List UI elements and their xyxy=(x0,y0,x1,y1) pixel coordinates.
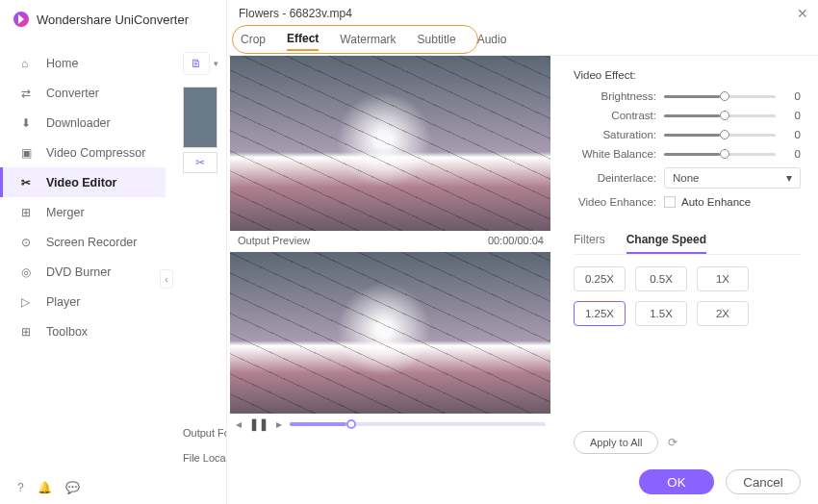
subtab-filters[interactable]: Filters xyxy=(574,233,605,254)
grid-icon: ⊞ xyxy=(21,325,37,339)
play-icon: ▷ xyxy=(21,295,37,309)
seek-slider[interactable] xyxy=(290,422,546,426)
output-preview xyxy=(230,252,550,414)
contrast-slider[interactable] xyxy=(664,114,776,117)
speed-options: 0.25X 0.5X 1X 1.25X 1.5X 2X xyxy=(574,266,801,326)
sidebar-item-label: Home xyxy=(46,57,78,70)
edit-tabs: Crop Effect Watermark Subtitle Audio xyxy=(227,27,818,56)
sidebar-item-dvd-burner[interactable]: ◎DVD Burner xyxy=(0,257,166,287)
brightness-label: Brightness: xyxy=(574,90,656,102)
brightness-slider[interactable] xyxy=(664,95,776,98)
sidebar-item-downloader[interactable]: ⬇Downloader xyxy=(0,108,166,138)
sidebar-item-player[interactable]: ▷Player xyxy=(0,287,166,316)
tab-crop[interactable]: Crop xyxy=(241,33,266,50)
scissors-icon: ✂ xyxy=(21,176,37,189)
playback-bar: ◂ ❚❚ ▸ xyxy=(230,414,551,431)
apply-to-all-button[interactable]: Apply to All xyxy=(574,431,658,454)
speed-0-25x[interactable]: 0.25X xyxy=(574,266,626,291)
home-icon: ⌂ xyxy=(21,57,37,70)
sidebar-item-converter[interactable]: ⇄Converter xyxy=(0,78,166,108)
app-logo-icon xyxy=(13,12,29,27)
sidebar: ⌂Home ⇄Converter ⬇Downloader ▣Video Comp… xyxy=(0,38,166,504)
contrast-label: Contrast: xyxy=(574,110,656,121)
auto-enhance-checkbox[interactable] xyxy=(664,196,676,208)
speed-0-5x[interactable]: 0.5X xyxy=(635,266,687,291)
deinterlace-select[interactable]: None ▾ xyxy=(664,167,801,189)
help-icon[interactable]: ? xyxy=(17,481,24,494)
sidebar-item-toolbox[interactable]: ⊞Toolbox xyxy=(0,316,166,346)
feedback-icon[interactable]: 💬 xyxy=(65,481,80,494)
sidebar-item-label: Screen Recorder xyxy=(46,236,138,249)
output-preview-label: Output Preview xyxy=(238,235,310,246)
cancel-button[interactable]: Cancel xyxy=(726,469,801,494)
saturation-label: Saturation: xyxy=(574,129,656,140)
saturation-value: 0 xyxy=(785,129,801,140)
white-balance-row: White Balance: 0 xyxy=(574,148,801,160)
reset-icon[interactable]: ⟳ xyxy=(668,436,677,449)
white-balance-value: 0 xyxy=(785,148,801,160)
tab-watermark[interactable]: Watermark xyxy=(340,33,396,50)
contrast-row: Contrast: 0 xyxy=(574,110,801,121)
download-icon: ⬇ xyxy=(21,116,37,130)
sidebar-item-label: Video Compressor xyxy=(46,146,145,160)
next-frame-button[interactable]: ▸ xyxy=(276,417,282,431)
deinterlace-label: Deinterlace: xyxy=(574,172,656,184)
white-balance-label: White Balance: xyxy=(574,148,656,160)
effect-dialog: Flowers - 66823v.mp4 ✕ Crop Effect Water… xyxy=(226,0,818,504)
speed-2x[interactable]: 2X xyxy=(697,301,749,326)
subtab-change-speed[interactable]: Change Speed xyxy=(626,233,706,254)
original-preview xyxy=(230,56,550,231)
collapse-sidebar-button[interactable]: ‹ xyxy=(160,269,173,289)
speed-1-25x[interactable]: 1.25X xyxy=(574,301,626,326)
deinterlace-value: None xyxy=(673,172,700,184)
sidebar-item-label: Toolbox xyxy=(46,325,88,339)
edit-clip-button[interactable]: ✂ xyxy=(183,152,217,173)
add-file-button[interactable]: 🗎 xyxy=(183,52,210,75)
app-name: Wondershare UniConverter xyxy=(37,13,189,27)
tab-audio[interactable]: Audio xyxy=(477,33,507,50)
compress-icon: ▣ xyxy=(21,146,37,160)
enhance-label: Video Enhance: xyxy=(574,196,656,208)
close-icon[interactable]: ✕ xyxy=(797,6,808,21)
sidebar-item-label: DVD Burner xyxy=(46,265,111,279)
effect-controls: Video Effect: Brightness: 0 Contrast: 0 … xyxy=(554,56,818,504)
white-balance-slider[interactable] xyxy=(664,153,776,156)
bell-icon[interactable]: 🔔 xyxy=(38,481,52,494)
tab-effect[interactable]: Effect xyxy=(287,32,319,51)
sidebar-item-compressor[interactable]: ▣Video Compressor xyxy=(0,138,166,167)
sidebar-item-screen-recorder[interactable]: ⊙Screen Recorder xyxy=(0,227,166,257)
converter-icon: ⇄ xyxy=(21,87,37,100)
preview-column: Output Preview 00:00/00:04 ◂ ❚❚ ▸ xyxy=(227,56,554,504)
prev-frame-button[interactable]: ◂ xyxy=(236,417,242,431)
pause-button[interactable]: ❚❚ xyxy=(249,417,268,431)
ok-button[interactable]: OK xyxy=(639,469,714,494)
brightness-value: 0 xyxy=(785,90,801,102)
sidebar-item-video-editor[interactable]: ✂Video Editor xyxy=(0,167,166,197)
sidebar-item-merger[interactable]: ⊞Merger xyxy=(0,197,166,227)
contrast-value: 0 xyxy=(785,110,801,121)
auto-enhance-label: Auto Enhance xyxy=(681,196,751,208)
sidebar-item-label: Merger xyxy=(46,206,85,219)
record-icon: ⊙ xyxy=(21,236,37,249)
speed-1-5x[interactable]: 1.5X xyxy=(635,301,687,326)
sidebar-item-label: Downloader xyxy=(46,116,111,130)
sidebar-item-home[interactable]: ⌂Home xyxy=(0,48,166,78)
deinterlace-row: Deinterlace: None ▾ xyxy=(574,167,801,189)
disc-icon: ◎ xyxy=(21,265,37,279)
preview-time: 00:00/00:04 xyxy=(488,235,544,246)
sidebar-item-label: Converter xyxy=(46,87,99,100)
saturation-slider[interactable] xyxy=(664,134,776,137)
file-thumbnail[interactable] xyxy=(183,87,217,148)
brightness-row: Brightness: 0 xyxy=(574,90,801,102)
enhance-row: Video Enhance: Auto Enhance xyxy=(574,196,801,208)
video-effect-title: Video Effect: xyxy=(574,69,801,81)
speed-1x[interactable]: 1X xyxy=(697,266,749,291)
merge-icon: ⊞ xyxy=(21,206,37,219)
dialog-title: Flowers - 66823v.mp4 xyxy=(227,0,818,27)
chevron-down-icon: ▾ xyxy=(786,171,792,185)
tab-subtitle[interactable]: Subtitle xyxy=(418,33,456,50)
saturation-row: Saturation: 0 xyxy=(574,129,801,140)
sidebar-item-label: Player xyxy=(46,295,80,309)
sidebar-item-label: Video Editor xyxy=(46,176,116,189)
